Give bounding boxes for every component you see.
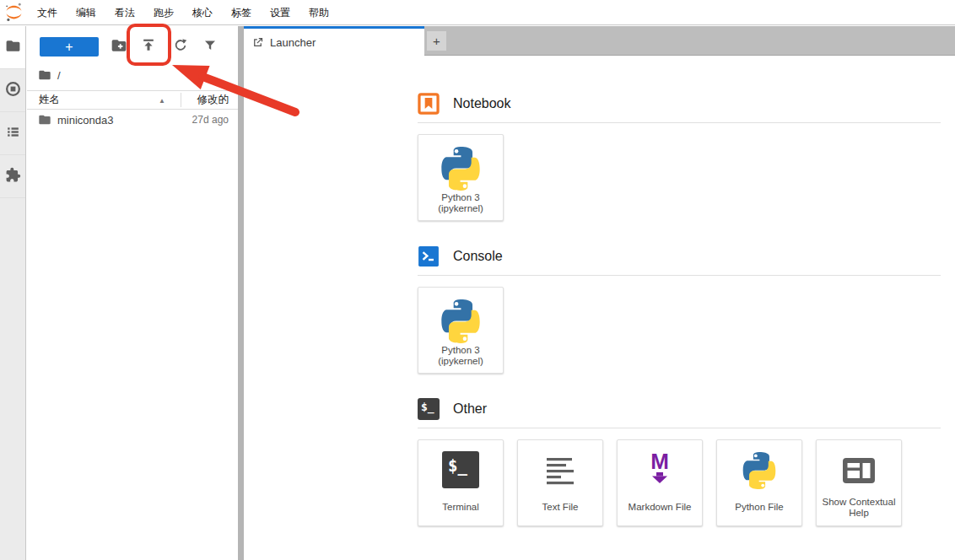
puzzle-icon [5, 167, 21, 186]
stop-circle-icon [4, 80, 22, 101]
folder-icon [5, 38, 21, 57]
refresh-icon [173, 38, 188, 56]
file-browser-toolbar: + [27, 26, 238, 60]
file-list-header: 姓名 ▲ 修改的 [27, 90, 238, 110]
launcher-icon [251, 36, 264, 49]
contextual-help-icon [839, 451, 878, 490]
card-label: Show Contextual Help [817, 496, 901, 520]
python-logo-icon [438, 299, 483, 344]
list-icon [5, 124, 21, 143]
file-browser-panel: + [27, 26, 238, 560]
sidebar-tab-table-of-contents[interactable] [0, 112, 25, 155]
upload-button[interactable] [138, 36, 159, 57]
file-row-miniconda3[interactable]: miniconda3 27d ago [27, 110, 238, 130]
menu-view[interactable]: 看法 [105, 0, 144, 25]
breadcrumb-root[interactable]: / [57, 69, 61, 82]
section-console: Console Python 3 (ipykernel) [418, 245, 955, 374]
markdown-icon: M [650, 451, 669, 483]
launcher-card-text-file[interactable]: Text File [517, 439, 603, 526]
launcher-card-console-python3[interactable]: Python 3 (ipykernel) [418, 287, 504, 374]
upload-icon [140, 37, 157, 57]
file-modified: 27d ago [192, 114, 229, 126]
launcher-card-terminal[interactable]: $_ Terminal [418, 439, 504, 526]
terminal-icon: $_ [442, 451, 479, 488]
menu-file[interactable]: 文件 [28, 0, 67, 25]
panel-resize-handle[interactable] [238, 26, 244, 560]
section-divider [418, 275, 941, 276]
python-logo-icon [438, 146, 483, 191]
menu-settings[interactable]: 设置 [261, 0, 299, 25]
section-notebook-header: Notebook [418, 93, 955, 115]
launcher-card-markdown-file[interactable]: M Markdown File [617, 439, 703, 526]
section-title: Other [453, 401, 487, 417]
section-title: Console [453, 249, 503, 264]
menu-edit[interactable]: 编辑 [67, 0, 105, 25]
new-launcher-button[interactable]: + [40, 37, 99, 57]
terminal-icon: $_ [418, 398, 440, 420]
folder-icon [38, 113, 51, 127]
tab-launcher[interactable]: Launcher [244, 26, 424, 56]
launcher-card-show-contextual-help[interactable]: Show Contextual Help [816, 439, 902, 526]
python-logo-icon [740, 451, 779, 490]
launcher-card-python-file[interactable]: Python File [716, 439, 802, 526]
column-divider [181, 93, 181, 107]
menu-bar: 文件 编辑 看法 跑步 核心 标签 设置 帮助 [0, 0, 955, 25]
section-title: Notebook [453, 96, 511, 111]
new-folder-button[interactable] [109, 36, 129, 57]
section-other-header: $_ Other [418, 398, 955, 420]
sidebar-tab-file-browser[interactable] [0, 26, 25, 69]
menu-kernel[interactable]: 核心 [183, 0, 222, 25]
breadcrumb: / [27, 60, 238, 90]
section-divider [418, 122, 941, 123]
menu-tabs[interactable]: 标签 [222, 0, 261, 25]
jupyter-logo-icon [0, 2, 28, 23]
card-label: Markdown File [629, 496, 692, 520]
menu-run[interactable]: 跑步 [144, 0, 183, 25]
main-tab-bar: Launcher + [244, 26, 955, 56]
launcher-panel: Notebook Python 3 (ipykernel) [244, 57, 955, 560]
new-folder-icon [111, 37, 127, 57]
card-label: Python File [735, 496, 784, 520]
notebook-icon [418, 93, 440, 115]
launcher-card-notebook-python3[interactable]: Python 3 (ipykernel) [418, 134, 504, 221]
column-header-modified[interactable]: 修改的 [197, 93, 229, 107]
breadcrumb-folder-icon[interactable] [38, 68, 51, 82]
sidebar-tab-strip [0, 26, 26, 560]
tab-launcher-label: Launcher [270, 36, 316, 49]
section-other: $_ Other $_ Terminal [418, 398, 955, 526]
section-notebook: Notebook Python 3 (ipykernel) [418, 93, 955, 221]
section-console-header: Console [418, 245, 955, 267]
card-label: Terminal [442, 496, 478, 520]
menu-help[interactable]: 帮助 [299, 0, 338, 25]
sort-ascending-icon: ▲ [159, 97, 165, 105]
file-name: miniconda3 [57, 114, 114, 127]
sidebar-tab-extensions[interactable] [0, 155, 25, 198]
card-label: Python 3 (ipykernel) [438, 344, 483, 368]
column-header-name[interactable]: 姓名 [27, 93, 60, 107]
console-icon [418, 245, 440, 267]
new-tab-button[interactable]: + [427, 31, 446, 51]
text-file-icon [541, 451, 580, 490]
card-label: Text File [542, 496, 579, 520]
filter-button[interactable] [200, 36, 220, 57]
section-divider [418, 428, 941, 428]
card-label: Python 3 (ipykernel) [438, 191, 483, 215]
refresh-button[interactable] [170, 36, 191, 57]
filter-icon [202, 38, 218, 56]
sidebar-tab-running-sessions[interactable] [0, 69, 25, 112]
